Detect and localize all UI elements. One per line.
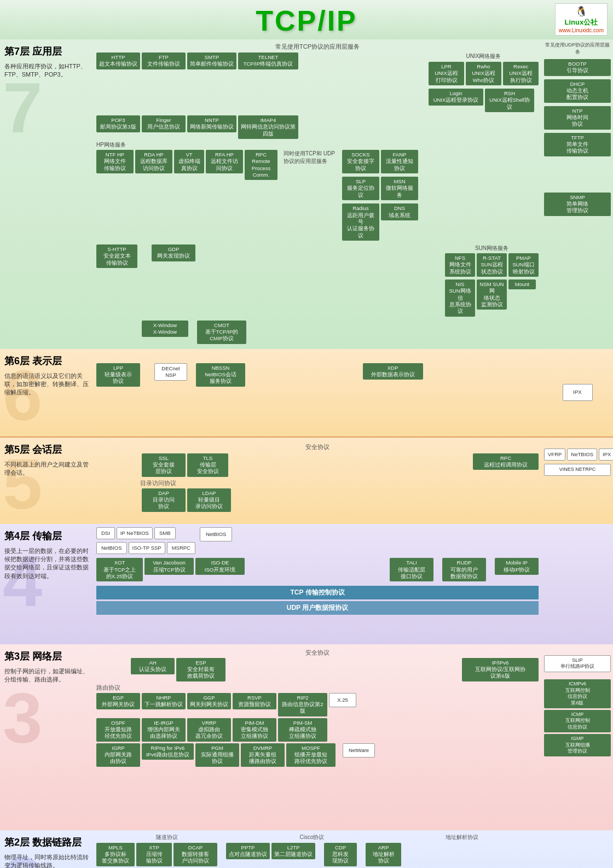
mospf-box: MOSPF 组播开放最短 路径优先协议 xyxy=(286,743,336,767)
sun-label: SUN网络服务 xyxy=(445,244,539,252)
security-label3: 安全协议 xyxy=(96,649,539,657)
bootp-box: BOOTP 引导协议 xyxy=(544,59,611,76)
layer6-desc: 信息的语法语义以及它们的关联，如加密解密、转换翻译、压缩解压缩。 xyxy=(4,372,89,397)
telnet-box: TELNET TCP/IP终端仿真协议 xyxy=(238,53,298,69)
udp-bar: UDP 用户数据报协议 xyxy=(96,601,539,615)
layer3-number: 3 xyxy=(3,677,42,759)
layer5-title: 第5层 会话层 xyxy=(4,443,89,456)
ldap-box: LDAP 轻量级目 录访问协议 xyxy=(187,488,231,512)
layer5-desc: 不同机器上的用户之间建立及管理会话。 xyxy=(4,461,89,477)
rpc-box: RPC Remote Process Comm. xyxy=(245,150,277,180)
nhrp-box: NHRP 下一跳解析协议 xyxy=(142,693,186,710)
layer3-routing-row3: IGRP 内部网关路 由协议 RIPng for IPv6 IPv6路由信息协议… xyxy=(96,743,539,767)
icmpv6-box: ICMPv6 互联网控制 信息协议 第6版 xyxy=(544,679,611,708)
layer4-row1: DSI IP NeTBIOS SMB NetBIOS ISO-TP SSP MS… xyxy=(96,527,539,556)
ip-ipv6-box: IP/IPv6 互联网协议/互联网协 议第6版 xyxy=(462,658,539,681)
rfahp-box: RFA HP 远程文件访 问协议 xyxy=(206,150,243,173)
sun-services: SUN网络服务 NFS 网络文件 系统协议 R-STAT SUN远程 状态协议 … xyxy=(445,244,539,318)
layer2-title: 第2层 数据链路层 xyxy=(4,836,89,849)
pptp-box: PPTP 点对点隧道协议 xyxy=(226,843,270,860)
radius-box: Radius 远距用户拨号 认证服务协议 xyxy=(342,203,379,241)
layer5-section: 5 第5层 会话层 不同机器上的用户之间建立及管理会话。 安全协议 SSL 安全… xyxy=(0,436,613,524)
address-label2: 地址解析协议 xyxy=(446,834,478,841)
nntp-box: NNTP 网络新闻传输协议 xyxy=(187,115,236,132)
udp-label: 常见使用UDP协议的应用层服务 xyxy=(544,42,611,56)
pmap-box: PMAP SUN端口 映射协议 xyxy=(508,253,539,277)
layer5-row2: DAP 目录访问 协议 LDAP 轻量级目 录访问协议 xyxy=(96,488,539,512)
layer3-sidebar: 3 第3层 网络层 控制子网的运行，如逻辑编址、分组传输、路由选择。 xyxy=(0,644,93,830)
iso-de-box: ISO-DE ISO开发环境 xyxy=(195,558,245,575)
rsvp-box: RSVP 资源预留协议 xyxy=(233,693,276,710)
netbios-r-box-wrap: NetBIOS xyxy=(200,527,233,541)
decnet-box: DECnet NSP xyxy=(154,363,187,381)
layer2-right xyxy=(542,830,613,868)
ospf-box: OSPF 开放最短路 径优先协议 xyxy=(96,718,140,742)
unix-row1: LPR UNIX远程 打印协议 Rwho UNIX远程 Who协议 Rexec … xyxy=(429,62,539,85)
layer7-row4: X-Window X-Window CMOT 基于TCP/IP的 CMIP协议 xyxy=(96,321,539,344)
imap4-box: IMAP4 网特网信息访问协议第四版 xyxy=(238,115,298,139)
layer2-desc: 物理寻址，同时将原始比特流转变为逻辑传输线路。 xyxy=(4,853,89,868)
ipx6-box: IPX xyxy=(563,384,593,400)
layer2-main: 隧道协议 Cisco协议 地址解析协议 MPLS 多协议标 签交换协议 XTP … xyxy=(93,830,542,868)
routing-label3: 路由协议 xyxy=(96,684,539,692)
ie-irgp-box: IE-IRGP 增强内部网关 由选择协议 xyxy=(142,718,186,742)
layer7-right: 常见使用UDP协议的应用层服务 BOOTP 引导协议 DHCP 动态主机 配置协… xyxy=(542,39,613,349)
layer3-security-row: AH 认证头协议 ESP 安全封装有 效载荷协议 IP/IPv6 互联网协议/互… xyxy=(96,658,539,681)
layer4-main: DSI IP NeTBIOS SMB NetBIOS ISO-TP SSP MS… xyxy=(93,524,542,644)
layer7-desc: 各种应用程序协议，如HTTP、FTP、SMTP、POP3。 xyxy=(4,62,89,79)
pim-sm-box: PIM-SM 稀疏模式独 立组播协议 xyxy=(278,718,327,742)
layer3-section: 3 第3层 网络层 控制子网的运行，如逻辑编址、分组传输、路由选择。 安全协议 … xyxy=(0,644,613,830)
pgm-box: PGM 实际通用组播 协议 xyxy=(195,743,239,767)
mount-box: Mount xyxy=(508,279,536,289)
layer5-right: VFRP NeTBIOS IPX VINES NETRPC xyxy=(542,438,613,524)
shttp-box: S-HTTP 安全超文本 传输协议 xyxy=(96,244,137,268)
vines-box: VINES NETRPC xyxy=(544,464,611,476)
netbios-r-box: NetBIOS xyxy=(200,527,233,541)
slp-box: SLP 服务定位协议 xyxy=(342,177,379,200)
snmp-box: SNMP 简单网络 管理协议 xyxy=(544,193,611,216)
layer7-main: 常见使用TCP协议的应用层服务 HTTP 超文本传输协议 FTP 文件传输协议 … xyxy=(93,39,542,349)
nfs-box: NFS 网络文件 系统协议 xyxy=(445,253,475,277)
same-tcp-udp-label: 同时使用TCP和 UDP协议的应用层服务 xyxy=(284,150,338,165)
arp-box: ARP 地址解析 协议 xyxy=(366,843,401,866)
ripng-box: RIPng for IPv6 IPv6路由信息协议 xyxy=(142,743,194,760)
vrrp-box: VRRP 虚拟路由 器冗余协议 xyxy=(187,718,231,742)
pim-dm-box: PIM-DM 密集模式独 立组播协议 xyxy=(233,718,276,742)
layer4-right xyxy=(542,524,613,644)
layer4-section: 4 第4层 传输层 接受上一层的数据，在必要的时候把数据进行分割，并将这些数据交… xyxy=(0,524,613,644)
rpc5-box: RPC 远程过程调用协议 xyxy=(473,453,539,470)
layer2-section: 2 第2层 数据链路层 物理寻址，同时将原始比特流转变为逻辑传输线路。 隧道协议… xyxy=(0,830,613,868)
layer3-title: 第3层 网络层 xyxy=(4,650,89,663)
page-title: TCP/IP xyxy=(0,4,613,37)
nis-box: NIS SUN网络信 息系统协议 xyxy=(445,279,475,317)
unix-services: UNIX网络服务 LPR UNIX远程 打印协议 Rwho UNIX远程 Who… xyxy=(429,53,539,114)
logo-area: 🐧 Linux公社 www.Linuxidc.com xyxy=(555,3,608,36)
transport-bars: TCP 传输控制协议 UDP 用户数据报协议 xyxy=(96,586,539,615)
lpr-box: LPR UNIX远程 打印协议 xyxy=(429,62,464,85)
ssl-box: SSL 安全套接 层协议 xyxy=(142,453,186,477)
layer4-sidebar: 4 第4层 传输层 接受上一层的数据，在必要的时候把数据进行分割，并将这些数据交… xyxy=(0,524,93,644)
layer3-routing-row2: OSPF 开放最短路 径优先协议 IE-IRGP 增强内部网关 由选择协议 VR… xyxy=(96,718,539,742)
layer3-right: SLIP 串行线路IP协议 ICMPv6 互联网控制 信息协议 第6版 ICMP… xyxy=(542,644,613,830)
layer5-row1: SSL 安全套接 层协议 TLS 传输层 安全协议 RPC 远程过程调用协议 xyxy=(96,453,539,477)
layer7-row1: HTTP 超文本传输协议 FTP 文件传输协议 SMTP 简单邮件传输协议 TE… xyxy=(96,53,539,114)
security-label5: 安全协议 xyxy=(96,443,539,451)
header: 🐧 Linux公社 www.Linuxidc.com TCP/IP xyxy=(0,0,613,39)
ah-box: AH 认证头协议 xyxy=(131,658,175,675)
dhcp-box: DHCP 动态主机 配置协议 xyxy=(544,79,611,103)
snmp-area: SNMP 简单网络 管理协议 xyxy=(544,193,611,216)
layer7-section: 7 第7层 应用层 各种应用程序协议，如HTTP、FTP、SMTP、POP3。 … xyxy=(0,39,613,349)
full-page: 🐧 Linux公社 www.Linuxidc.com TCP/IP 7 第7层 … xyxy=(0,0,613,868)
finger-box: Finger 用户信息协议 xyxy=(142,115,186,132)
smb-box: SMB xyxy=(154,527,176,539)
layer4-title: 第4层 传输层 xyxy=(4,529,89,543)
logo-text: Linux公社 xyxy=(559,18,604,27)
layer6-sidebar: 6 第6层 表示层 信息的语法语义以及它们的关联，如加密解密、转换翻译、压缩解压… xyxy=(0,349,93,436)
layer2-row1: MPLS 多协议标 签交换协议 XTP 压缩传 输协议 DCAP 数据转接客 户… xyxy=(96,843,539,866)
dcap-box: DCAP 数据转接客 户访问协议 xyxy=(174,843,217,866)
smtp-box: SMTP 简单邮件传输协议 xyxy=(187,53,236,69)
socks-fanp-group: SOCKS 安全套接字 协议 FANP 流量性通知 协议 SLP 服务定位协议 … xyxy=(342,150,418,242)
lpp-box: LPP 轻量级表示 协议 xyxy=(96,363,140,387)
layer4-desc: 接受上一层的数据，在必要的时候把数据进行分割，并将这些数据交给网络层，且保证这些… xyxy=(4,547,89,581)
cmot-box: CMOT 基于TCP/IP的 CMIP协议 xyxy=(197,321,246,344)
